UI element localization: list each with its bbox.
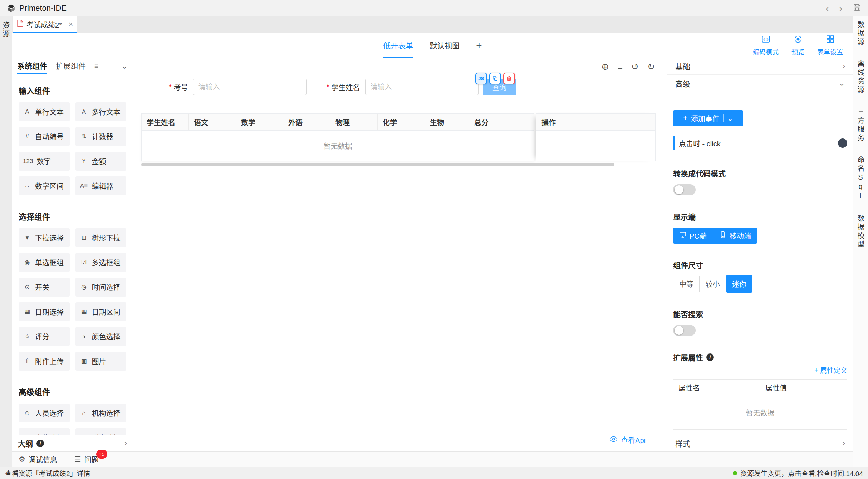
component-item[interactable]: ⊙ 开关 xyxy=(19,278,70,297)
code-mode-toggle[interactable] xyxy=(673,184,696,195)
document-tab-label: 考试成绩2* xyxy=(26,19,62,30)
tab-default-view[interactable]: 默认视图 xyxy=(430,33,460,58)
component-item-icon: ☑ xyxy=(80,259,88,266)
component-item[interactable]: ◷ 时间选择 xyxy=(75,278,127,297)
component-item-label: 数字区间 xyxy=(35,181,64,191)
exam-no-input[interactable] xyxy=(193,79,307,95)
component-item-label: 评分 xyxy=(35,331,49,342)
outline-tree-icon[interactable]: ≡ xyxy=(618,62,623,72)
component-item[interactable]: ☺ 人员选择 xyxy=(19,404,70,422)
code-mode-button[interactable]: 编码模式 xyxy=(753,35,779,56)
component-item[interactable]: ◉ 单选框组 xyxy=(19,253,70,272)
searchable-label: 能否搜索 xyxy=(673,308,847,319)
component-item[interactable]: ▦ 日期区间 xyxy=(75,302,127,321)
debug-icon: ⚙ xyxy=(19,455,25,464)
resources-strip-item[interactable]: 资源 xyxy=(1,21,11,467)
right-strip-item[interactable]: 数据模型 xyxy=(855,215,866,249)
pc-side-button[interactable]: PC端 xyxy=(673,228,713,244)
panel-collapse-icon[interactable]: ⌄ xyxy=(121,62,128,71)
mobile-side-button[interactable]: 移动端 xyxy=(713,228,757,244)
student-name-input[interactable] xyxy=(365,79,479,95)
right-strip-item[interactable]: 离线资源 xyxy=(855,60,866,94)
component-item[interactable]: ⌂ 机构选择 xyxy=(75,404,127,422)
component-item[interactable]: A 多行文本 xyxy=(75,102,127,121)
component-item[interactable]: ◑ 颜色选择 xyxy=(75,327,127,346)
globe-icon[interactable]: ⊕ xyxy=(602,62,609,72)
component-item[interactable]: 123 数字 xyxy=(19,152,70,171)
advanced-components-grid: ☺ 人员选择 ⌂ 机构选择 ▤ 岗位选择 xyxy=(19,404,126,435)
close-icon[interactable]: × xyxy=(68,20,73,29)
component-item[interactable]: ▾ 下拉选择 xyxy=(19,228,70,247)
event-item-click[interactable]: 点击时 - click − xyxy=(673,134,847,152)
component-item-label: 图片 xyxy=(92,356,106,366)
view-api-link[interactable]: 查看Api xyxy=(609,435,646,445)
chevron-right-icon[interactable]: › xyxy=(124,439,127,448)
component-item[interactable]: A 单行文本 xyxy=(19,102,70,121)
component-item[interactable]: ↔ 数字区间 xyxy=(19,176,70,195)
chevron-right-icon: › xyxy=(843,439,845,448)
searchable-toggle[interactable] xyxy=(673,325,696,336)
score-table[interactable]: 学生姓名语文数学外语物理化学生物总分 暂无数据 操作 xyxy=(141,113,656,161)
component-item[interactable]: ☆ 评分 xyxy=(19,327,70,346)
component-item[interactable]: ¥ 金额 xyxy=(75,152,127,171)
document-tab[interactable]: 考试成绩2* × xyxy=(13,16,77,33)
copy-icon[interactable] xyxy=(489,73,501,84)
component-item[interactable]: ⇅ 计数器 xyxy=(75,127,127,146)
remove-event-icon[interactable]: − xyxy=(838,138,847,148)
component-item[interactable]: ▣ 图片 xyxy=(75,352,127,371)
list-icon[interactable]: ≡ xyxy=(94,62,98,70)
size-small-button[interactable]: 较小 xyxy=(700,276,726,292)
horizontal-scrollbar[interactable] xyxy=(141,163,614,166)
size-mini-button[interactable]: 迷你 xyxy=(726,275,752,293)
tab-extension-components[interactable]: 扩展组件 xyxy=(56,58,86,74)
form-settings-button[interactable]: 表单设置 xyxy=(817,35,843,56)
tab-low-code-form[interactable]: 低开表单 xyxy=(383,33,413,58)
preview-button[interactable]: 预览 xyxy=(791,35,804,56)
select-components-grid: ▾ 下拉选择 ⊞ 树形下拉 ◉ 单选框组 xyxy=(19,228,126,371)
component-item[interactable]: ☑ 多选框组 xyxy=(75,253,127,272)
right-strip-item[interactable]: 命名Sql xyxy=(855,156,866,201)
add-event-button[interactable]: + 添加事件 ⌄ xyxy=(673,110,743,126)
nav-back-icon[interactable]: ‹ xyxy=(825,3,829,14)
define-property-link[interactable]: + 属性定义 xyxy=(673,365,847,375)
plus-icon: + xyxy=(683,114,687,122)
right-strip-item[interactable]: 数据源 xyxy=(855,21,866,47)
component-item[interactable]: ▦ 日期选择 xyxy=(19,302,70,321)
component-item[interactable]: # 自动编号 xyxy=(19,127,70,146)
component-item-icon: ▦ xyxy=(23,308,31,316)
redo-icon[interactable]: ↻ xyxy=(647,62,655,72)
tab-system-components[interactable]: 系统组件 xyxy=(17,58,47,74)
phone-icon xyxy=(719,231,726,240)
monitor-icon xyxy=(679,231,686,240)
component-item-icon: ▾ xyxy=(23,234,31,241)
table-column-header: 化学 xyxy=(378,114,425,130)
undo-icon[interactable]: ↺ xyxy=(631,62,639,72)
status-change-notice[interactable]: 资源发生变更，点击查看,检查时间:14:04 xyxy=(733,468,863,478)
add-view-button[interactable]: + xyxy=(476,40,482,51)
form-field-exam-no[interactable]: * 考号 xyxy=(169,79,307,95)
save-icon[interactable] xyxy=(853,3,862,14)
section-basic[interactable]: 基础 › xyxy=(667,58,853,75)
debug-info-button[interactable]: ⚙ 调试信息 xyxy=(19,454,57,465)
component-item[interactable]: A≡ 编辑器 xyxy=(75,176,127,195)
problems-button[interactable]: ☰ 问题 15 xyxy=(74,454,99,465)
component-item-icon: ⌂ xyxy=(80,410,88,417)
table-column-header: 物理 xyxy=(330,114,378,130)
nav-forward-icon[interactable]: › xyxy=(839,3,843,14)
extended-props-label: 扩展属性 i xyxy=(673,352,847,362)
code-mode-label: 编码模式 xyxy=(753,47,779,56)
right-strip-item[interactable]: 三方服务 xyxy=(855,108,866,142)
component-item[interactable]: ⧉ 弹窗选择 xyxy=(75,428,127,435)
component-item[interactable]: ⊞ 树形下拉 xyxy=(75,228,127,247)
outline-bar[interactable]: 大纲 i › xyxy=(12,435,133,451)
form-field-student-name[interactable]: * 学生姓名 xyxy=(327,79,479,95)
component-item[interactable]: ▤ 岗位选择 xyxy=(19,428,70,435)
section-advanced[interactable]: 高级 ⌄ xyxy=(667,75,853,92)
section-title-advanced: 高级组件 xyxy=(19,386,126,397)
section-style[interactable]: 样式 › xyxy=(667,435,853,451)
delete-icon[interactable] xyxy=(503,73,515,84)
js-action-icon[interactable]: JS xyxy=(475,73,487,84)
design-canvas[interactable]: ⊕ ≡ ↺ ↻ * 考号 * 学生姓名 xyxy=(133,58,667,451)
size-medium-button[interactable]: 中等 xyxy=(673,276,700,292)
component-item[interactable]: ⇧ 附件上传 xyxy=(19,352,70,371)
